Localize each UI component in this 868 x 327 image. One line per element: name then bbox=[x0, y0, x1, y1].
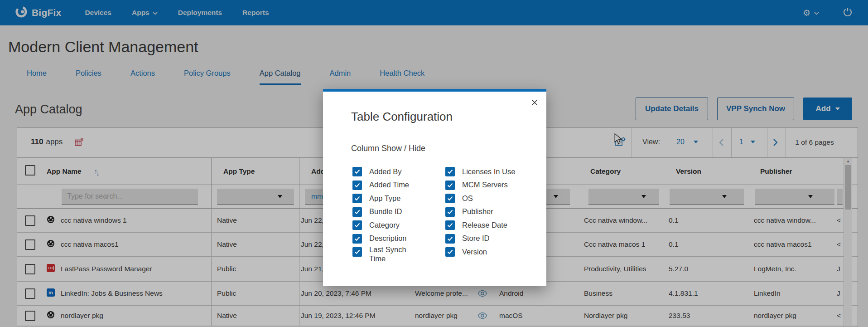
checked-checkbox[interactable] bbox=[445, 194, 455, 203]
app-window: BigFix Devices Apps Deployments Reports … bbox=[0, 0, 868, 327]
column-toggle-label: Added Time bbox=[369, 181, 409, 190]
column-toggle-label: Last Synch Time bbox=[369, 245, 413, 264]
column-toggle-label: Licenses In Use bbox=[462, 167, 515, 176]
column-toggle-label: Publisher bbox=[462, 207, 493, 216]
checked-checkbox[interactable] bbox=[352, 194, 362, 203]
column-toggle-label: OS bbox=[462, 194, 473, 203]
column-options: Added By Added Time App Type Bundle ID C… bbox=[352, 165, 546, 264]
column-toggle: Last Synch Time bbox=[352, 245, 445, 264]
column-toggle: Version bbox=[445, 245, 515, 259]
checked-checkbox[interactable] bbox=[445, 220, 455, 230]
column-toggle: Description bbox=[352, 232, 445, 246]
column-toggle: Store ID bbox=[445, 232, 515, 246]
column-toggle: MCM Servers bbox=[445, 179, 515, 192]
checked-checkbox[interactable] bbox=[445, 181, 455, 190]
column-toggle: Bundle ID bbox=[352, 205, 445, 219]
column-toggle: Category bbox=[352, 219, 445, 232]
column-toggle: Release Date bbox=[445, 219, 515, 232]
column-toggle-label: Release Date bbox=[462, 221, 507, 230]
column-toggle-label: Store ID bbox=[462, 234, 490, 243]
table-configuration-dialog: Table Configuration Column Show / Hide A… bbox=[323, 89, 546, 286]
checked-checkbox[interactable] bbox=[445, 234, 455, 244]
column-toggle: App Type bbox=[352, 192, 445, 205]
checked-checkbox[interactable] bbox=[445, 167, 455, 176]
column-toggle: Added By bbox=[352, 165, 445, 179]
checked-checkbox[interactable] bbox=[445, 247, 455, 257]
checked-checkbox[interactable] bbox=[352, 167, 362, 176]
column-toggle-label: Added By bbox=[369, 167, 402, 176]
column-toggle-label: Description bbox=[369, 234, 407, 243]
column-toggle-label: MCM Servers bbox=[462, 181, 508, 190]
column-toggle-label: App Type bbox=[369, 194, 400, 203]
checked-checkbox[interactable] bbox=[352, 247, 362, 257]
column-toggle-label: Category bbox=[369, 221, 400, 230]
checked-checkbox[interactable] bbox=[445, 207, 455, 217]
checked-checkbox[interactable] bbox=[352, 207, 362, 217]
checked-checkbox[interactable] bbox=[352, 234, 362, 244]
dialog-title: Table Configuration bbox=[351, 110, 546, 124]
column-toggle-label: Version bbox=[462, 248, 487, 257]
column-toggle: Licenses In Use bbox=[445, 165, 515, 179]
close-icon[interactable] bbox=[530, 98, 539, 107]
column-toggle: Publisher bbox=[445, 205, 515, 219]
checked-checkbox[interactable] bbox=[352, 220, 362, 230]
dialog-accent-bar bbox=[323, 89, 546, 92]
column-toggle: OS bbox=[445, 192, 515, 205]
column-toggle: Added Time bbox=[352, 179, 445, 192]
column-toggle-label: Bundle ID bbox=[369, 207, 402, 216]
dialog-subtitle: Column Show / Hide bbox=[351, 144, 546, 153]
checked-checkbox[interactable] bbox=[352, 181, 362, 190]
